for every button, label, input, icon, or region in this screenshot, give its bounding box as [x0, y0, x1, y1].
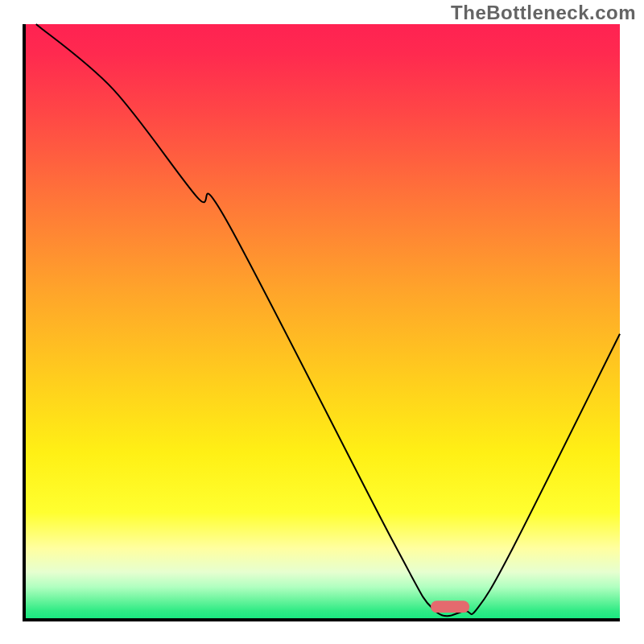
- plot-background: [24, 24, 620, 620]
- chart-svg: [0, 0, 644, 644]
- optimal-marker: [431, 601, 469, 613]
- watermark-text: TheBottleneck.com: [451, 2, 636, 24]
- bottleneck-chart: TheBottleneck.com: [0, 0, 644, 644]
